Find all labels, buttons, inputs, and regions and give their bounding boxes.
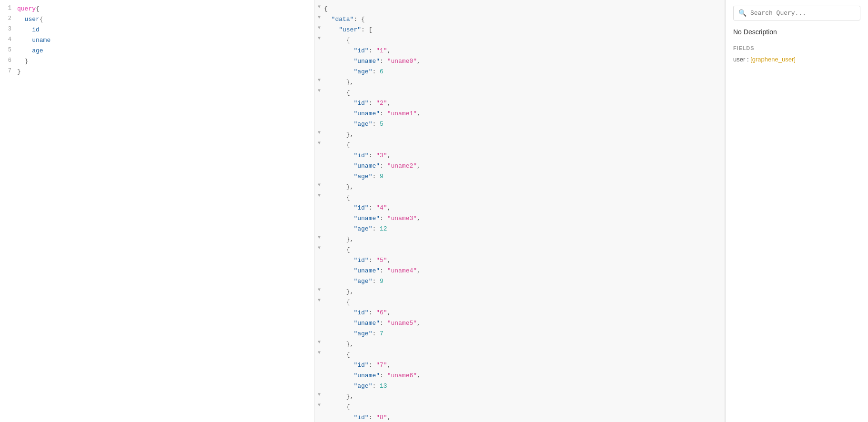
sidebar: 🔍 No Description FIELDS user : [graphene… bbox=[725, 0, 868, 422]
line-number: 2 bbox=[0, 15, 17, 22]
result-line: ▼ { bbox=[314, 88, 725, 98]
result-gutter-arrow: ▼ bbox=[314, 15, 324, 20]
result-line: "id": "2", bbox=[314, 98, 725, 109]
result-line: "age": 5 bbox=[314, 119, 725, 130]
result-line: "age": 7 bbox=[314, 329, 725, 339]
line-number: 4 bbox=[0, 36, 17, 43]
no-description-text: No Description bbox=[733, 28, 860, 36]
result-line: "age": 13 bbox=[314, 381, 725, 392]
editor-line-4: 4 uname bbox=[0, 35, 314, 46]
result-line: ▼ { bbox=[314, 140, 725, 151]
result-line: ▼ { bbox=[314, 402, 725, 412]
result-line: "uname": "uname5", bbox=[314, 318, 725, 329]
editor-line-6: 6 } bbox=[0, 56, 314, 67]
result-line: ▼ "user": [ bbox=[314, 25, 725, 35]
result-line: "uname": "uname4", bbox=[314, 266, 725, 276]
result-line: ▼ }, bbox=[314, 77, 725, 88]
result-gutter-arrow: ▼ bbox=[314, 25, 324, 30]
result-line: "id": "1", bbox=[314, 46, 725, 56]
result-line: "id": "4", bbox=[314, 203, 725, 213]
result-line: ▼ { bbox=[314, 245, 725, 255]
result-line: ▼ "data": { bbox=[314, 14, 725, 25]
result-panel: ▼ { ▼ "data": { ▼ "user": [ ▼ { "id": "1… bbox=[314, 0, 725, 422]
result-line: "uname": "uname0", bbox=[314, 56, 725, 67]
result-line: ▼ }, bbox=[314, 182, 725, 192]
line-number: 3 bbox=[0, 25, 17, 32]
result-gutter-arrow: ▼ bbox=[314, 298, 324, 303]
result-gutter-arrow: ▼ bbox=[314, 340, 324, 345]
query-editor[interactable]: 1 query{ 2 user{ 3 id 4 uname 5 age 6 } … bbox=[0, 0, 314, 422]
result-gutter-arrow: ▼ bbox=[314, 4, 324, 10]
result-line: ▼ }, bbox=[314, 234, 725, 245]
result-gutter-arrow: ▼ bbox=[314, 130, 324, 135]
result-gutter-arrow: ▼ bbox=[314, 193, 324, 198]
result-content: "user": [ bbox=[324, 25, 725, 35]
line-number: 5 bbox=[0, 46, 17, 53]
editor-line-7: 7 } bbox=[0, 67, 314, 77]
line-content: query{ bbox=[17, 4, 314, 14]
editor-line-2: 2 user{ bbox=[0, 14, 314, 25]
result-gutter-arrow: ▼ bbox=[314, 88, 324, 93]
result-line: "age": 12 bbox=[314, 224, 725, 234]
result-gutter-arrow: ▼ bbox=[314, 78, 324, 83]
line-content: uname bbox=[17, 36, 314, 45]
result-line: "age": 6 bbox=[314, 67, 725, 77]
result-line: "uname": "uname1", bbox=[314, 109, 725, 119]
result-gutter-arrow: ▼ bbox=[314, 245, 324, 251]
result-line: "uname": "uname2", bbox=[314, 161, 725, 171]
editor-line-5: 5 age bbox=[0, 46, 314, 56]
result-gutter-arrow: ▼ bbox=[314, 141, 324, 146]
field-name: user bbox=[733, 56, 745, 63]
editor-line-1: 1 query{ bbox=[0, 4, 314, 14]
result-gutter-arrow: ▼ bbox=[314, 182, 324, 188]
field-item: user : [graphene_user] bbox=[733, 56, 860, 63]
line-content: } bbox=[17, 57, 314, 66]
result-line: "id": "5", bbox=[314, 255, 725, 266]
result-line: "uname": "uname6", bbox=[314, 371, 725, 381]
result-gutter-arrow: ▼ bbox=[314, 36, 324, 41]
result-line: "uname": "uname3", bbox=[314, 213, 725, 224]
result-line: ▼ }, bbox=[314, 392, 725, 402]
line-content: user{ bbox=[17, 15, 314, 24]
result-line: ▼ { bbox=[314, 4, 725, 14]
result-content: { bbox=[324, 36, 725, 45]
result-line: "id": "3", bbox=[314, 151, 725, 161]
result-line: "id": "8", bbox=[314, 412, 725, 422]
result-gutter-arrow: ▼ bbox=[314, 235, 324, 240]
result-line: "id": "6", bbox=[314, 308, 725, 318]
search-input[interactable] bbox=[750, 10, 855, 17]
result-line: ▼ }, bbox=[314, 287, 725, 297]
result-content: "data": { bbox=[324, 15, 725, 24]
result-gutter-arrow: ▼ bbox=[314, 392, 324, 397]
result-line: ▼ { bbox=[314, 350, 725, 360]
result-line: ▼ { bbox=[314, 35, 725, 46]
search-icon: 🔍 bbox=[738, 9, 747, 17]
result-gutter-arrow: ▼ bbox=[314, 402, 324, 408]
result-line: ▼ }, bbox=[314, 130, 725, 140]
line-number: 1 bbox=[0, 4, 17, 11]
result-line: "age": 9 bbox=[314, 276, 725, 287]
result-content: { bbox=[324, 4, 725, 14]
line-content: age bbox=[17, 46, 314, 56]
result-line: ▼ { bbox=[314, 192, 725, 203]
result-line: ▼ { bbox=[314, 297, 725, 308]
editor-line-3: 3 id bbox=[0, 25, 314, 35]
field-type: [graphene_user] bbox=[750, 56, 796, 63]
line-content: id bbox=[17, 25, 314, 35]
result-line: "id": "7", bbox=[314, 360, 725, 371]
result-line: ▼ }, bbox=[314, 339, 725, 350]
result-line: "age": 9 bbox=[314, 171, 725, 182]
line-content: } bbox=[17, 67, 314, 77]
search-box[interactable]: 🔍 bbox=[733, 6, 860, 20]
result-gutter-arrow: ▼ bbox=[314, 287, 324, 292]
line-number: 7 bbox=[0, 67, 17, 74]
line-number: 6 bbox=[0, 57, 17, 64]
fields-section-label: FIELDS bbox=[733, 45, 860, 51]
result-gutter-arrow: ▼ bbox=[314, 350, 324, 355]
